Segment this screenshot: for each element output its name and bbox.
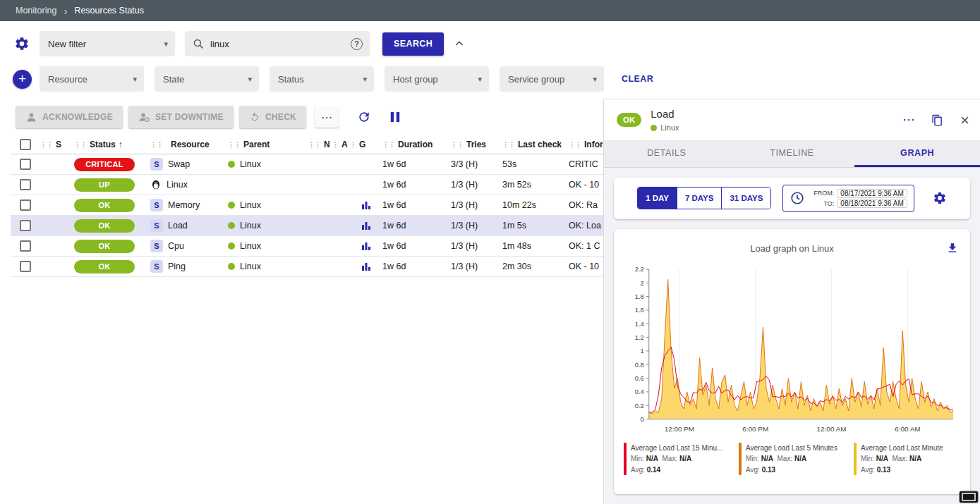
sort-asc-icon: ↑ (119, 140, 123, 149)
legend-item[interactable]: Average Load Last 5 Minutes Min: N/A Max… (739, 443, 845, 476)
copy-link-icon[interactable] (931, 114, 943, 126)
table-row[interactable]: CRITICAL S Swap Linux 1w 6d 3/3 (H) 53s … (11, 154, 603, 175)
download-icon[interactable] (946, 242, 959, 254)
graph-legend: Average Load Last 15 Minu... Min: N/A Ma… (624, 443, 960, 476)
range-7-days[interactable]: 7 DAYS (677, 188, 722, 209)
resource-name: Load (168, 221, 188, 231)
legend-item[interactable]: Average Load Last Minute Min: N/A Max: N… (854, 443, 960, 476)
breadcrumb: Monitoring › Resources Status (0, 0, 980, 21)
filter-select-label: Status (278, 74, 304, 85)
range-31-days[interactable]: 31 DAYS (721, 188, 770, 209)
tries-cell: 1/3 (H) (451, 180, 502, 190)
row-checkbox[interactable] (20, 240, 31, 252)
filter-select-status[interactable]: Status ▾ (270, 66, 374, 92)
graph-icon[interactable] (361, 262, 371, 271)
table-row[interactable]: OK S Load Linux 1w 6d 1/3 (H) 1m 5s OK: … (11, 216, 603, 236)
saved-filter-select[interactable]: New filter ▾ (40, 31, 175, 56)
svg-text:6:00 AM: 6:00 AM (895, 425, 920, 433)
select-all-checkbox[interactable] (20, 139, 31, 150)
breadcrumb-monitoring[interactable]: Monitoring (16, 6, 56, 16)
duration-cell: 1w 6d (382, 180, 451, 190)
pause-icon[interactable] (389, 110, 401, 124)
svg-text:0.4: 0.4 (635, 388, 644, 395)
svg-text:1.4: 1.4 (635, 319, 644, 327)
column-header-g[interactable]: ⋮⋮G (344, 140, 361, 149)
load-chart[interactable]: 12:00 PM6:00 PM12:00 AM6:00 AM00.20.40.6… (624, 262, 960, 437)
resource-name: Swap (168, 159, 190, 169)
svg-text:1.6: 1.6 (635, 306, 644, 314)
resources-list-area: ACKNOWLEDGE SET DOWNTIME CHECK ⋯ (0, 99, 603, 504)
row-checkbox[interactable] (20, 261, 31, 272)
more-options-icon[interactable]: ⋯ (902, 113, 915, 126)
acknowledge-button[interactable]: ACKNOWLEDGE (16, 106, 123, 128)
tries-cell: 1/3 (H) (451, 221, 502, 231)
refresh-icon[interactable] (357, 110, 371, 124)
legend-item[interactable]: Average Load Last 15 Minu... Min: N/A Ma… (624, 443, 730, 476)
search-button[interactable]: SEARCH (382, 32, 444, 56)
column-header-information[interactable]: ⋮⋮Information (569, 140, 603, 149)
column-header-duration[interactable]: ⋮⋮Duration (382, 140, 451, 149)
filter-settings-gear-icon[interactable] (13, 36, 31, 51)
table-row[interactable]: UP S Linux 1w 6d 1/3 (H) 3m 52s OK - 10 (11, 175, 603, 195)
column-header-parent[interactable]: ⋮⋮Parent (228, 140, 308, 149)
drag-handle-icon: ⋮⋮ (382, 141, 395, 148)
column-header-n[interactable]: ⋮⋮N (308, 140, 326, 149)
column-header-s[interactable]: ⋮⋮S (40, 140, 74, 149)
legend-min-value: N/A (876, 455, 888, 462)
tab-timeline[interactable]: TIMELINE (730, 140, 855, 167)
to-value[interactable]: 08/18/2021 9:36 AM (837, 199, 907, 208)
table-row[interactable]: OK S Ping Linux 1w 6d 1/3 (H) 2m 30s OK … (11, 257, 603, 277)
chevron-down-icon: ▾ (164, 39, 168, 49)
filter-select-service-group[interactable]: Service group ▾ (500, 66, 604, 92)
graph-icon[interactable] (361, 221, 371, 231)
table-body: CRITICAL S Swap Linux 1w 6d 3/3 (H) 53s … (11, 154, 603, 277)
filter-select-label: Host group (393, 74, 438, 85)
table-row[interactable]: OK S Memory Linux 1w 6d 1/3 (H) 10m 22s … (11, 195, 603, 216)
chevron-up-icon[interactable] (454, 38, 465, 49)
legend-avg-value: 0.14 (647, 466, 660, 474)
more-actions-button[interactable]: ⋯ (315, 106, 339, 128)
filters-section: New filter ▾ ? SEARCH + Resource ▾ State… (0, 21, 980, 99)
time-range-picker[interactable]: FROM:08/17/2021 9:36 AM TO:08/18/2021 9:… (782, 185, 914, 212)
legend-min-label: Min: (861, 455, 874, 462)
search-input[interactable] (210, 39, 345, 49)
help-icon[interactable]: ? (351, 38, 363, 50)
svg-text:2.2: 2.2 (635, 265, 644, 273)
add-filter-button[interactable]: + (13, 70, 32, 89)
column-header-tries[interactable]: ⋮⋮Tries (451, 140, 502, 149)
legend-min-value: N/A (761, 455, 773, 462)
graph-icon[interactable] (361, 241, 371, 251)
panel-parent-name: Linux (660, 123, 679, 132)
filter-select-state[interactable]: State ▾ (155, 66, 259, 92)
breadcrumb-resources-status: Resources Status (74, 6, 144, 16)
column-header-last-check[interactable]: ⋮⋮Last check (502, 140, 569, 149)
set-downtime-button[interactable]: SET DOWNTIME (128, 106, 234, 128)
legend-max-value: N/A (909, 455, 921, 462)
drag-handle-icon: ⋮⋮ (40, 141, 53, 148)
filter-select-resource[interactable]: Resource ▾ (40, 66, 144, 92)
table-row[interactable]: OK S Cpu Linux 1w 6d 1/3 (H) 1m 48s OK: … (11, 236, 603, 257)
close-icon[interactable] (960, 115, 970, 125)
column-header-status[interactable]: ⋮⋮Status↑ (74, 140, 150, 149)
row-checkbox[interactable] (20, 199, 31, 211)
row-checkbox[interactable] (20, 220, 31, 231)
clear-filters-button[interactable]: CLEAR (622, 74, 653, 84)
graph-icon[interactable] (361, 200, 371, 210)
column-header-a[interactable]: ⋮⋮A (326, 140, 344, 149)
tab-details[interactable]: DETAILS (604, 140, 730, 167)
svg-text:1: 1 (641, 347, 644, 355)
fullscreen-icon[interactable] (959, 491, 979, 504)
service-icon: S (150, 219, 163, 232)
row-checkbox[interactable] (20, 159, 31, 170)
filter-select-host-group[interactable]: Host group ▾ (385, 66, 489, 92)
tab-graph[interactable]: GRAPH (854, 140, 980, 167)
column-header-resource[interactable]: ⋮⋮Resource (150, 140, 228, 149)
duration-cell: 1w 6d (382, 159, 451, 169)
graph-settings-gear-icon[interactable] (933, 191, 947, 205)
check-button[interactable]: CHECK (239, 106, 306, 128)
range-1-day[interactable]: 1 DAY (638, 188, 677, 209)
from-value[interactable]: 08/17/2021 9:36 AM (837, 189, 907, 198)
parent-status-dot (228, 161, 235, 168)
graph-card: Load graph on Linux 12:00 PM6:00 PM12:00… (614, 229, 970, 495)
row-checkbox[interactable] (20, 179, 31, 190)
